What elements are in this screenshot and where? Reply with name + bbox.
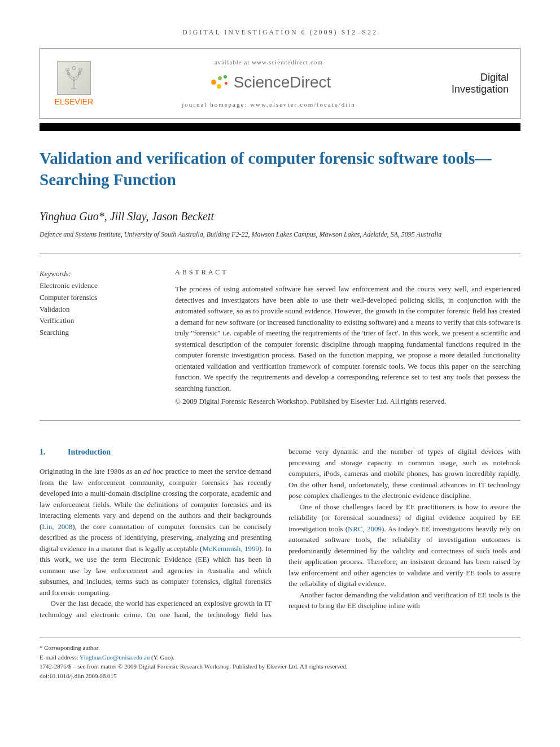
body-paragraph: Another factor demanding the validation …	[288, 589, 520, 611]
elsevier-text: ELSEVIER	[51, 97, 97, 106]
authors: Yinghua Guo*, Jill Slay, Jason Beckett	[40, 210, 520, 223]
journal-homepage: journal homepage: www.elsevier.com/locat…	[97, 101, 441, 108]
section-heading: 1.Introduction	[40, 446, 272, 458]
abstract-text: The process of using automated software …	[175, 283, 520, 394]
body-paragraph: Originating in the late 1980s as an ad h…	[40, 466, 272, 598]
abstract-copyright: © 2009 Digital Forensic Research Worksho…	[175, 397, 520, 406]
body-paragraph: One of those challenges faced by EE prac…	[288, 501, 520, 589]
affiliation: Defence and Systems Institute, Universit…	[40, 230, 520, 239]
corresponding-author: * Corresponding author.	[40, 643, 520, 653]
keywords-column: Keywords: Electronic evidence Computer f…	[40, 268, 141, 406]
sciencedirect-dots-icon	[207, 74, 229, 91]
email-link[interactable]: Yinghua.Guo@unisa.edu.au	[80, 654, 150, 661]
elsevier-logo: ELSEVIER	[51, 61, 97, 106]
keyword: Verification	[40, 315, 141, 327]
citation-link[interactable]: NRC, 2009	[348, 525, 382, 533]
keyword: Electronic evidence	[40, 280, 141, 292]
keywords-heading: Keywords:	[40, 268, 141, 280]
body-section: 1.Introduction Originating in the late 1…	[40, 446, 520, 620]
doi: doi:10.1016/j.diin.2009.06.015	[40, 671, 520, 681]
section-number: 1.	[40, 446, 68, 458]
citation-link[interactable]: McKemmish, 1999	[202, 544, 259, 553]
article-footer: * Corresponding author. E-mail address: …	[40, 637, 520, 680]
svg-point-1	[79, 68, 82, 71]
svg-point-4	[72, 66, 76, 69]
elsevier-tree-icon	[57, 61, 91, 95]
sciencedirect-logo: ScienceDirect	[207, 73, 331, 91]
keyword: Searching	[40, 327, 141, 339]
header-center: available at www.sciencedirect.com Scien…	[97, 59, 441, 108]
abstract-column: ABSTRACT The process of using automated …	[175, 268, 520, 406]
email-line: E-mail address: Yinghua.Guo@unisa.edu.au…	[40, 653, 520, 662]
abstract-heading: ABSTRACT	[175, 268, 520, 277]
abstract-section: Keywords: Electronic evidence Computer f…	[40, 254, 520, 420]
running-head: DIGITAL INVESTIGATION 6 (2009) S12–S22	[40, 28, 520, 37]
journal-name-line1: Digital	[441, 72, 509, 84]
separator-bar	[40, 123, 520, 131]
issn-copyright: 1742-2876/$ – see front matter © 2009 Di…	[40, 662, 520, 671]
available-at-text: available at www.sciencedirect.com	[97, 59, 441, 65]
keyword: Computer forensics	[40, 292, 141, 304]
citation-link[interactable]: Lin, 2008	[42, 522, 72, 531]
article-title: Validation and verification of computer …	[40, 148, 520, 190]
section-title: Introduction	[68, 448, 111, 456]
keyword: Validation	[40, 304, 141, 316]
journal-cover-logo: Digital Investigation	[441, 72, 509, 95]
sciencedirect-text: ScienceDirect	[234, 73, 331, 91]
journal-name-line2: Investigation	[441, 84, 509, 95]
journal-header-box: ELSEVIER available at www.sciencedirect.…	[40, 48, 520, 119]
divider	[40, 420, 520, 421]
